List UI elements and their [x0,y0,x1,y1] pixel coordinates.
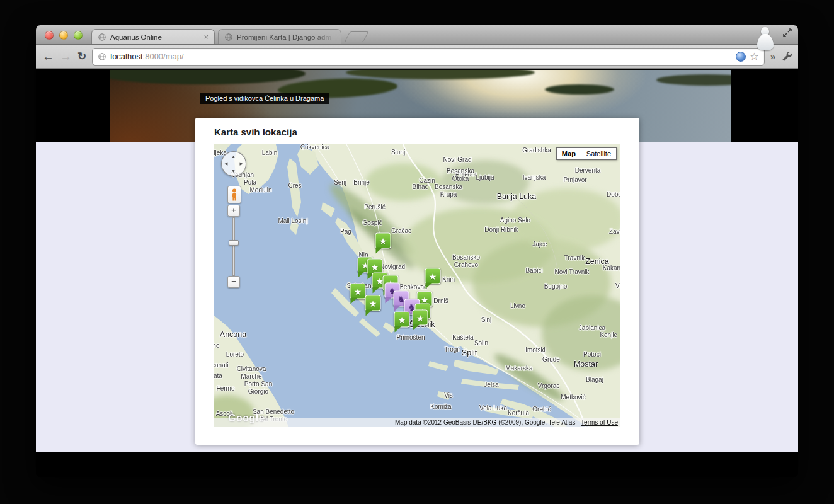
map-marker-star[interactable]: ★ [365,295,381,311]
tab-strip: Aquarius Online × Promijeni Karta | Djan… [91,28,366,44]
map-place-label: Bosansko Grahovo [452,254,480,268]
map-place-label: Zavidović [609,228,620,236]
map-place-label: Drniš [433,297,448,305]
browser-toolbar: ← → ↻ localhost:8000/map/ ☆ » [36,45,798,69]
forward-button[interactable]: → [60,50,72,62]
star-icon: ★ [416,313,425,322]
map-place-label: Konjic [600,331,617,339]
hero-caption: Pogled s vidikovca Čelinka u Dragama [200,93,329,104]
profile-avatar[interactable] [757,27,774,50]
close-window-button[interactable] [45,31,54,40]
zoom-slider-track[interactable] [232,217,235,276]
reload-button[interactable]: ↻ [77,51,86,62]
map-place-label: Prnjavor [563,176,586,184]
minimize-window-button[interactable] [59,31,68,40]
address-bar[interactable]: localhost:8000/map/ ☆ [92,48,764,66]
wrench-menu-icon[interactable] [781,51,792,62]
pan-right-icon[interactable]: ▶ [240,161,243,166]
globe-favicon-icon [224,33,233,42]
zoom-in-button[interactable]: + [227,205,240,217]
map-place-label: Makarska [505,365,532,372]
pan-up-icon[interactable]: ▲ [231,154,236,159]
fullscreen-icon[interactable] [783,28,792,37]
map-card: Karta svih lokacija [195,118,639,445]
map-place-label: Doboj [607,191,620,198]
map-place-label: Jablanica [579,324,605,332]
map-place-label: Sinj [481,316,492,324]
map-place-label: Imotski [525,346,546,354]
map-marker-star[interactable]: ★ [394,312,410,328]
map-place-label: Komiža [430,403,451,411]
map-place-label: Banja Luka [497,192,537,201]
pan-left-icon[interactable]: ◀ [224,161,227,166]
zoom-slider-handle[interactable] [229,240,239,246]
map-place-label: Vela Luka [479,404,507,412]
tab-close-icon[interactable]: × [203,33,208,41]
map-place-label: Grude [542,356,560,364]
map-place-label: Vis [444,392,453,399]
globe-icon [98,52,106,61]
back-button[interactable]: ← [42,50,54,62]
map-place-label: Mostar [574,360,598,369]
tab-title: Promijeni Karta | Django adm [237,33,335,41]
map-place-label: Bugojno [544,283,568,290]
street-view-pegman-button[interactable] [227,186,241,203]
zoom-window-button[interactable] [74,31,83,40]
map-place-label: Derventa [575,167,601,175]
map-place-label: Benkovac [399,284,427,291]
terms-of-use-link[interactable]: Terms of Use [581,419,618,426]
map-place-label: Gračac [391,227,411,235]
map-marker-star[interactable]: ★ [375,233,391,249]
new-tab-button[interactable] [344,32,368,42]
map-place-label: Recanati [214,362,229,369]
map-type-control: Map Satellite [556,147,617,160]
url-host: localhost [110,52,142,61]
map-place-label: Solin [474,340,488,347]
map-place-label: Novigrad [380,263,405,271]
tab-title: Aquarius Online [110,33,200,41]
map-place-label: Potoci [583,351,601,358]
map-place-label: Novi Grad [443,156,471,164]
map-place-label: Blagaj [586,376,603,384]
map-place-label: Labin [262,149,277,157]
tab-aquarius-online[interactable]: Aquarius Online × [91,29,215,44]
map-place-label: Split [462,348,477,357]
map-place-label: Korčula [508,410,529,417]
title-bar[interactable]: Aquarius Online × Promijeni Karta | Djan… [36,25,798,45]
url-text[interactable]: localhost:8000/map/ [110,52,732,61]
map-place-label: Loreto [226,351,244,358]
map-place-label: Kakanj [603,265,620,272]
pan-down-icon[interactable]: ▼ [231,169,236,173]
map-place-label: Cres [288,182,301,190]
map-place-label: Civitanova Marche [237,365,266,380]
extensions-overflow-icon[interactable]: » [770,51,775,62]
bookmark-star-icon[interactable]: ☆ [750,52,758,62]
map-place-label: Orebić [532,406,551,413]
map-place-label: Macerata [214,372,222,380]
star-icon: ★ [371,262,379,271]
map-marker-star[interactable]: ★ [413,310,428,326]
pegman-icon [231,188,238,201]
map-marker-star[interactable]: ★ [425,268,441,284]
map-place-label: Jelsa [484,381,498,389]
map-place-label: Slunj [391,149,405,156]
page-action-icon[interactable] [736,52,746,62]
map-place-label: Gradishka [522,147,551,154]
map-type-satellite-button[interactable]: Satellite [581,147,617,160]
map-canvas[interactable]: RijekaCrikvenicaLabinSlunjNovi GradGradi… [214,144,620,427]
map-place-label: Ancona [220,330,246,339]
map-place-label: Vrgorac [538,382,560,390]
map-place-label: Jajce [532,241,547,248]
zoom-out-button[interactable]: − [227,276,240,288]
map-type-map-button[interactable]: Map [556,147,581,160]
map-place-label: Gospić [362,219,382,227]
star-icon: ★ [398,315,406,324]
map-place-label: Novi Travnik [554,268,589,276]
tab-django-admin[interactable]: Promijeni Karta | Django adm [218,29,341,44]
map-place-label: Visoko [615,282,620,290]
map-place-label: Kaštela [452,334,473,341]
map-pan-control[interactable]: ▲ ▼ ◀ ▶ [221,151,246,176]
map-marker-star[interactable]: ★ [350,284,366,299]
map-place-label: Pula [244,179,256,186]
map-place-label: Knin [442,276,455,284]
